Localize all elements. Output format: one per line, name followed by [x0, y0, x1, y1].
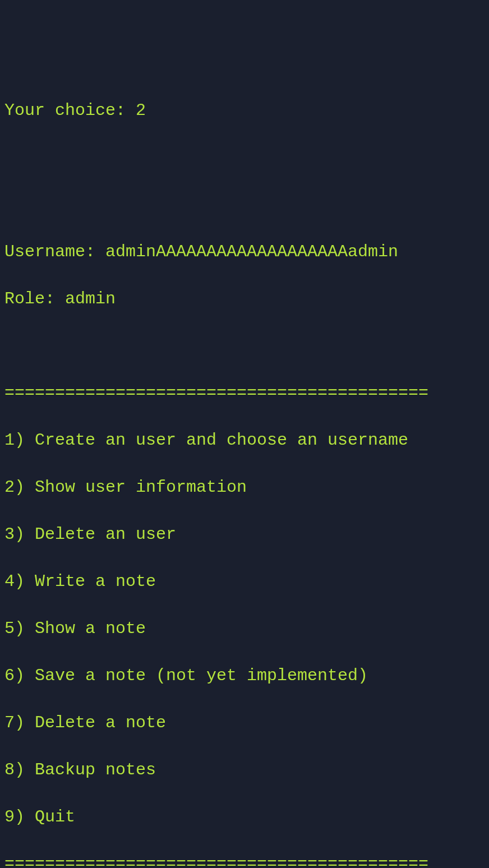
choice-value[interactable]: 2	[136, 101, 146, 120]
username-value: adminAAAAAAAAAAAAAAAAAAAadmin	[105, 242, 398, 261]
divider-top-1: ========================================…	[4, 381, 485, 405]
blank-line	[4, 193, 485, 216]
menu-item-3: 3) Delete an user	[4, 523, 485, 546]
role-line: Role: admin	[4, 287, 485, 311]
menu-item-4: 4) Write a note	[4, 570, 485, 593]
username-label: Username:	[4, 242, 105, 261]
role-value: admin	[65, 289, 116, 308]
blank-line	[4, 146, 485, 169]
username-line: Username: adminAAAAAAAAAAAAAAAAAAAadmin	[4, 240, 485, 264]
choice-prompt-1: Your choice: 2	[4, 99, 485, 122]
menu-item-2: 2) Show user information	[4, 475, 485, 499]
menu-item-7: 7) Delete a note	[4, 711, 485, 735]
menu-item-1: 1) Create an user and choose an username	[4, 428, 485, 452]
menu-item-9: 9) Quit	[4, 805, 485, 829]
menu-item-6: 6) Save a note (not yet implemented)	[4, 664, 485, 687]
role-label: Role:	[4, 289, 65, 308]
menu-item-8: 8) Backup notes	[4, 758, 485, 782]
blank-line	[4, 334, 485, 358]
divider-bottom-1: ========================================…	[4, 852, 485, 868]
menu-item-5: 5) Show a note	[4, 617, 485, 640]
choice-label: Your choice:	[4, 101, 136, 120]
